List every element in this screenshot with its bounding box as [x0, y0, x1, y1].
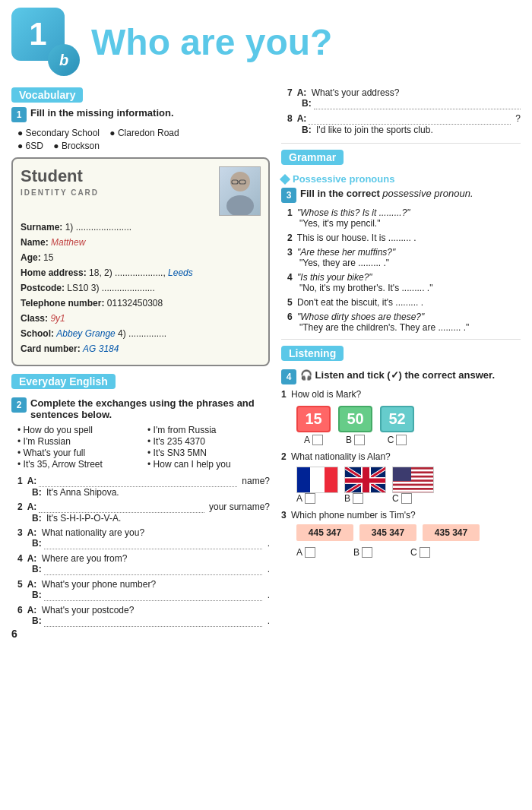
vocab-bullets: ● Secondary School ● Claredon Road — [11, 127, 270, 138]
exercise-4-instruction: 🎧 Listen and tick (✓) the correct answer… — [300, 369, 495, 381]
divider-1 — [281, 143, 521, 144]
exchange-8a: 8 A: ? — [287, 113, 521, 125]
number-box-52: 52 — [380, 406, 414, 432]
bullet-2: ● Claredon Road — [109, 128, 179, 138]
listening-q1-answers: 15 A 50 B 52 C — [296, 406, 521, 445]
svg-point-0 — [230, 172, 250, 191]
card-field-surname: Surname: 1) ...................... — [21, 220, 261, 234]
phrase-2: I'm Russian — [17, 436, 140, 447]
svg-rect-13 — [363, 467, 369, 493]
uk-flag-svg — [345, 467, 386, 493]
phrase-4: It's 35, Arrow Street — [17, 459, 140, 470]
card-field-postcode: Postcode: LS10 3) ..................... — [21, 281, 261, 295]
listening-q3-label: 3 Which phone number is Tim's? — [281, 510, 521, 520]
exercise-2-header: 2 Complete the exchanges using the phras… — [11, 397, 270, 420]
exchange-6b: B: . — [17, 615, 270, 627]
left-column: Vocabulary 1 Fill in the missing informa… — [11, 87, 270, 631]
vocab-bullets-2: ● 6SD ● Brockson — [11, 140, 270, 151]
svg-rect-21 — [393, 467, 411, 481]
exercise-1-label: 1 — [11, 107, 27, 122]
checkbox-a3[interactable]: A — [296, 547, 315, 558]
svg-rect-19 — [393, 486, 434, 488]
exercise-3-header: 3 Fill in the correct possessive pronoun… — [281, 188, 521, 203]
checkbox-a2[interactable]: A — [296, 493, 338, 504]
vocabulary-header: Vocabulary — [11, 87, 83, 103]
phone-numbers-section: 445 347 345 347 435 347 A B C — [296, 524, 521, 558]
checkbox-b1-box[interactable] — [354, 435, 365, 445]
phrase-3: What's your full — [17, 448, 140, 458]
grammar-header: Grammar — [281, 150, 344, 165]
exchange-4b: B: . — [17, 564, 270, 575]
checkbox-c1-box[interactable] — [396, 435, 407, 445]
listening-q1-label: 1 How old is Mark? — [281, 389, 521, 400]
exercise-2-label: 2 — [11, 397, 27, 413]
checkbox-b2[interactable]: B — [344, 493, 386, 504]
card-title-area: Student IDENTITY CARD — [21, 166, 219, 198]
exchange-3: 3 A: What nationality are you? B: . — [17, 527, 270, 549]
grammar-item-6: 6 "Whose dirty shoes are these?" "They a… — [287, 312, 521, 333]
phone-checkboxes: A B C — [296, 547, 521, 558]
everyday-english-header: Everyday English — [11, 374, 116, 389]
card-field-tel: Telephone number: 01132450308 — [21, 296, 261, 310]
card-field-address: Home address: 18, 2) ...................… — [21, 266, 261, 280]
person-icon — [221, 168, 259, 215]
flag-us: C — [392, 467, 434, 504]
page-header: 1 b Who are you? — [11, 8, 521, 76]
phrases-grid: How do you spell I'm from Russia I'm Rus… — [17, 425, 270, 470]
grammar-items: 1 "Whose is this? Is it .........?" "Yes… — [287, 207, 521, 333]
exchange-6: 6 A: What's your postcode? B: . — [17, 605, 270, 627]
card-subtitle: IDENTITY CARD — [21, 188, 99, 197]
unit-letter: b — [48, 44, 80, 76]
headphone-icon: 🎧 — [300, 369, 312, 381]
number-box-15: 15 — [296, 406, 331, 432]
checkbox-c3[interactable]: C — [410, 547, 430, 558]
exchange-2b: B: It's S-H-I-P-O-V-A. — [17, 513, 270, 524]
exchange-4a: 4 A: Where are you from? — [17, 553, 270, 564]
card-field-card-num: Card number: AG 3184 — [21, 342, 261, 356]
phrase-8: How can I help you — [147, 459, 270, 470]
exchange-5b: B: . — [17, 590, 270, 601]
exchange-1b: B: It's Anna Shipova. — [17, 487, 270, 498]
exchange-7b: B: — [287, 98, 521, 109]
phrase-1: How do you spell — [17, 425, 140, 435]
checkbox-b1[interactable]: B — [346, 435, 365, 445]
exchange-4: 4 A: Where are you from? B: . — [17, 553, 270, 575]
grammar-item-3: 3 "Are these her muffins?" "Yes, they ar… — [287, 247, 521, 268]
svg-rect-20 — [393, 490, 434, 492]
possessive-pronouns-label: Possessive pronouns — [281, 173, 521, 185]
phrase-5: I'm from Russia — [147, 425, 270, 435]
grammar-item-2: 2 This is our house. It is ......... . — [287, 233, 521, 243]
bullet-1: ● Secondary School — [17, 128, 100, 138]
checkbox-b3-box[interactable] — [362, 547, 372, 558]
exchange-3a: 3 A: What nationality are you? — [17, 527, 270, 538]
grammar-item-5: 5 Don't eat the biscuit, it's ......... … — [287, 297, 521, 308]
checkbox-b2-box[interactable] — [353, 493, 363, 504]
checkbox-a2-box[interactable] — [305, 493, 315, 504]
diamond-icon — [280, 173, 290, 184]
exchange-2: 2 A: your surname? B: It's S-H-I-P-O-V-A… — [17, 502, 270, 524]
checkbox-a1-box[interactable] — [312, 435, 323, 445]
bullet-4: ● Brockson — [53, 141, 100, 151]
exercise-4-header: 4 🎧 Listen and tick (✓) the correct answ… — [281, 369, 521, 384]
checkbox-c3-box[interactable] — [420, 547, 430, 558]
phone-345: 345 347 — [359, 524, 416, 541]
phone-435: 435 347 — [423, 524, 480, 541]
phone-boxes: 445 347 345 347 435 347 — [296, 524, 521, 541]
svg-point-1 — [226, 195, 254, 215]
card-field-school: School: Abbey Grange 4) ............... — [21, 327, 261, 340]
exchange-8b: B: I'd like to join the sports club. — [287, 125, 521, 135]
exchange-3b: B: . — [17, 538, 270, 549]
exchange-2a: 2 A: your surname? — [17, 502, 270, 513]
svg-rect-18 — [393, 482, 434, 484]
checkbox-b3[interactable]: B — [353, 547, 372, 558]
listening-header: Listening — [281, 346, 344, 361]
flags-row: A — [296, 467, 521, 504]
checkbox-c2[interactable]: C — [392, 493, 434, 504]
exchange-7: 7 A: What's your address? B: — [287, 87, 521, 109]
checkbox-a3-box[interactable] — [305, 547, 315, 558]
checkbox-c2-box[interactable] — [401, 493, 412, 504]
exchange-list: 1 A: name? B: It's Anna Shipova. 2 A — [17, 476, 270, 627]
checkbox-c1[interactable]: C — [388, 435, 407, 445]
checkbox-a1[interactable]: A — [304, 435, 323, 445]
flag-french: A — [296, 467, 338, 504]
